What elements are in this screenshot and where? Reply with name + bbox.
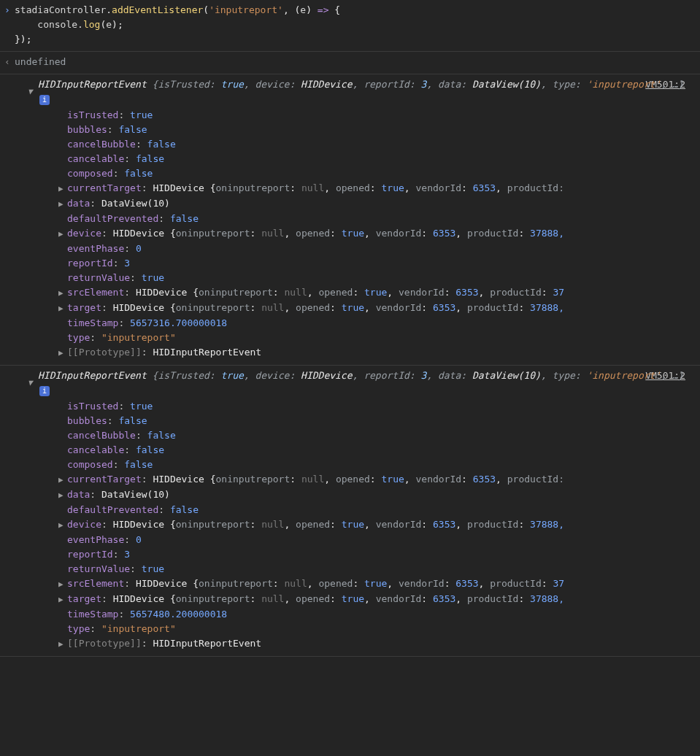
object-property-row[interactable]: defaultPrevented: false xyxy=(48,503,700,517)
object-property-row[interactable]: currentTarget: HIDDevice {oninputreport:… xyxy=(48,181,700,196)
expand-property-icon[interactable] xyxy=(58,301,66,316)
object-summary-header[interactable]: ▼HIDInputReportEvent {isTrusted: true, d… xyxy=(28,369,700,398)
object-property-row[interactable]: currentTarget: HIDDevice {oninputreport:… xyxy=(48,472,700,487)
object-property-row[interactable]: data: DataView(10) xyxy=(48,196,700,212)
expand-property-icon[interactable] xyxy=(58,593,66,607)
object-property-row[interactable]: type: "inputreport" xyxy=(48,622,700,636)
console-log-row: VM501:2▼HIDInputReportEvent {isTrusted: … xyxy=(0,74,700,366)
object-property-row[interactable]: [[Prototype]]: HIDInputReportEvent xyxy=(48,636,700,652)
object-property-row[interactable]: bubbles: false xyxy=(48,123,700,137)
object-property-row[interactable]: target: HIDDevice {oninputreport: null, … xyxy=(48,301,700,316)
expand-toggle-icon[interactable]: ▼ xyxy=(28,85,33,99)
object-properties: isTrusted: truebubbles: falsecancelBubbl… xyxy=(28,399,700,652)
object-property-row[interactable]: timeStamp: 5657480.200000018 xyxy=(48,607,700,622)
object-property-row[interactable]: eventPhase: 0 xyxy=(48,533,700,547)
info-badge-icon[interactable]: i xyxy=(39,95,50,105)
expand-property-icon[interactable] xyxy=(58,473,66,487)
object-summary-header[interactable]: ▼HIDInputReportEvent {isTrusted: true, d… xyxy=(28,77,700,107)
object-property-row[interactable]: defaultPrevented: false xyxy=(48,212,700,226)
expand-toggle-icon[interactable]: ▼ xyxy=(28,376,33,390)
console-result-value: undefined xyxy=(15,55,66,69)
expand-property-icon[interactable] xyxy=(58,182,66,196)
expand-property-icon[interactable] xyxy=(58,197,66,212)
console-input-row: ›stadiaController.addEventListener('inpu… xyxy=(0,0,700,52)
object-property-row[interactable]: returnValue: true xyxy=(48,271,700,285)
object-property-row[interactable]: timeStamp: 5657316.700000018 xyxy=(48,316,700,331)
info-badge-icon[interactable]: i xyxy=(39,386,50,396)
console-input-code[interactable]: stadiaController.addEventListener('input… xyxy=(15,3,340,47)
object-property-row[interactable]: device: HIDDevice {oninputreport: null, … xyxy=(48,226,700,242)
expand-property-icon[interactable] xyxy=(58,518,66,533)
object-property-row[interactable]: srcElement: HIDDevice {oninputreport: nu… xyxy=(48,285,700,301)
object-property-row[interactable]: type: "inputreport" xyxy=(48,331,700,345)
expand-property-icon[interactable] xyxy=(58,346,66,360)
expand-property-icon[interactable] xyxy=(58,577,66,592)
object-property-row[interactable]: device: HIDDevice {oninputreport: null, … xyxy=(48,517,700,533)
object-property-row[interactable]: reportId: 3 xyxy=(48,547,700,562)
object-property-row[interactable]: data: DataView(10) xyxy=(48,487,700,503)
object-property-row[interactable]: cancelBubble: false xyxy=(48,428,700,443)
object-property-row[interactable]: composed: false xyxy=(48,166,700,181)
object-properties: isTrusted: truebubbles: falsecancelBubbl… xyxy=(28,108,700,360)
object-property-row[interactable]: srcElement: HIDDevice {oninputreport: nu… xyxy=(48,576,700,592)
object-property-row[interactable]: bubbles: false xyxy=(48,414,700,428)
prompt-icon: › xyxy=(0,3,15,18)
object-property-row[interactable]: composed: false xyxy=(48,458,700,472)
console-log-row: VM501:2▼HIDInputReportEvent {isTrusted: … xyxy=(0,366,700,657)
console-log-entries: VM501:2▼HIDInputReportEvent {isTrusted: … xyxy=(0,74,700,657)
expand-property-icon[interactable] xyxy=(58,227,66,242)
object-property-row[interactable]: cancelBubble: false xyxy=(48,137,700,152)
object-property-row[interactable]: target: HIDDevice {oninputreport: null, … xyxy=(48,592,700,607)
object-property-row[interactable]: eventPhase: 0 xyxy=(48,242,700,256)
object-property-row[interactable]: returnValue: true xyxy=(48,562,700,576)
object-property-row[interactable]: cancelable: false xyxy=(48,443,700,458)
object-property-row[interactable]: reportId: 3 xyxy=(48,256,700,271)
expand-property-icon[interactable] xyxy=(58,637,66,652)
object-property-row[interactable]: isTrusted: true xyxy=(48,399,700,414)
object-property-row[interactable]: cancelable: false xyxy=(48,152,700,166)
expand-property-icon[interactable] xyxy=(58,488,66,503)
object-property-row[interactable]: isTrusted: true xyxy=(48,108,700,123)
object-property-row[interactable]: [[Prototype]]: HIDInputReportEvent xyxy=(48,345,700,360)
result-icon: ‹ xyxy=(0,55,15,69)
expand-property-icon[interactable] xyxy=(58,286,66,301)
console-result-row: ‹undefined xyxy=(0,52,700,74)
